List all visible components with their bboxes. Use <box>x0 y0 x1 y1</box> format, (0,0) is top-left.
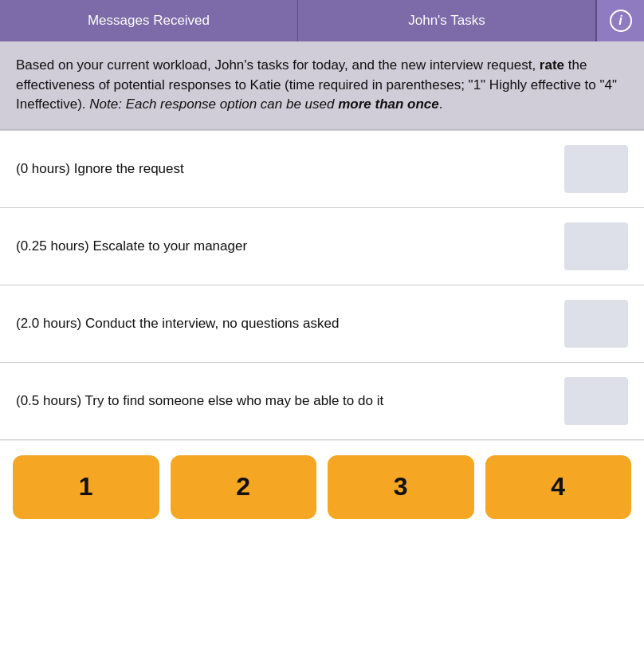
response-row: (2.0 hours) Conduct the interview, no qu… <box>0 285 644 363</box>
response-input-4[interactable] <box>564 377 628 425</box>
instructions-italic: Note: Each response option can be used m… <box>89 96 438 112</box>
rating-bar: 1 2 3 4 <box>0 440 644 533</box>
instructions-bold-rate: rate <box>540 57 564 73</box>
response-row: (0.5 hours) Try to find someone else who… <box>0 363 644 440</box>
info-icon: i <box>610 10 632 32</box>
rating-button-3[interactable]: 3 <box>328 455 474 519</box>
response-list: (0 hours) Ignore the request (0.25 hours… <box>0 130 644 440</box>
response-row: (0 hours) Ignore the request <box>0 131 644 208</box>
instructions-italic-bold: more than once <box>338 96 439 112</box>
response-text-4: (0.5 hours) Try to find someone else who… <box>16 391 548 411</box>
tab-tasks[interactable]: John's Tasks <box>298 0 596 41</box>
response-input-1[interactable] <box>564 145 628 193</box>
response-input-3[interactable] <box>564 300 628 348</box>
tab-info[interactable]: i <box>596 0 644 41</box>
response-text-2: (0.25 hours) Escalate to your manager <box>16 237 548 256</box>
response-row: (0.25 hours) Escalate to your manager <box>0 208 644 285</box>
tab-messages[interactable]: Messages Received <box>0 0 298 41</box>
instructions-box: Based on your current workload, John's t… <box>0 41 644 130</box>
response-text-3: (2.0 hours) Conduct the interview, no qu… <box>16 314 548 333</box>
tab-bar: Messages Received John's Tasks i <box>0 0 644 41</box>
rating-button-1[interactable]: 1 <box>13 455 159 519</box>
response-input-2[interactable] <box>564 222 628 270</box>
rating-button-4[interactable]: 4 <box>485 455 632 519</box>
response-text-1: (0 hours) Ignore the request <box>16 159 548 179</box>
rating-button-2[interactable]: 2 <box>171 455 317 519</box>
